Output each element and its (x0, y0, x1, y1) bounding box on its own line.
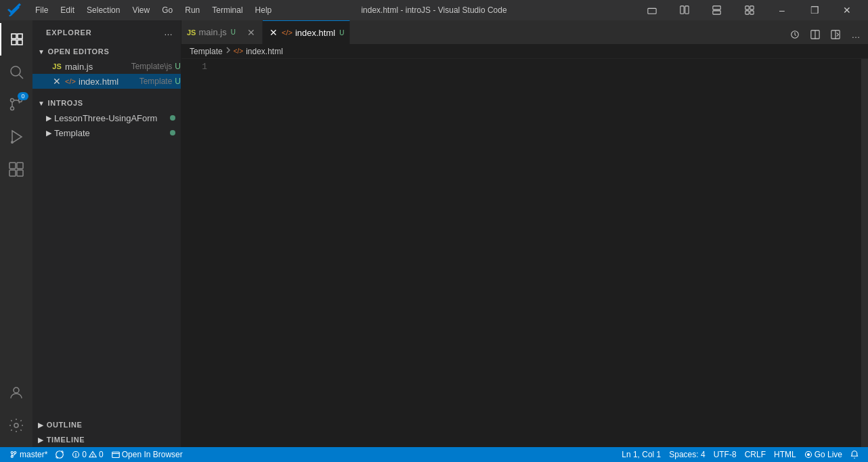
svg-rect-5 (745, 6, 749, 9)
sidebar-more-icon[interactable]: … (164, 27, 173, 37)
svg-rect-17 (17, 163, 23, 169)
folder-template[interactable]: ▶ Template (32, 125, 181, 140)
menu-help[interactable]: Help (250, 4, 278, 16)
menu-file[interactable]: File (30, 4, 53, 16)
language-label: HTML (774, 450, 796, 459)
sync-icon (56, 450, 64, 459)
menu-selection[interactable]: Selection (81, 4, 125, 16)
line-ending-label: CRLF (745, 450, 766, 459)
sidebar-header: Explorer … (32, 20, 181, 44)
open-editors-header[interactable]: ▼ Open Editors (32, 44, 181, 59)
menu-terminal[interactable]: Terminal (207, 4, 248, 16)
svg-point-29 (14, 452, 16, 454)
menu-go[interactable]: Go (156, 4, 178, 16)
svg-rect-16 (9, 163, 16, 169)
live-icon (804, 450, 812, 459)
line-number-1: 1 (181, 60, 207, 73)
mainjs-badge: U (175, 62, 181, 71)
js-file-icon: JS (51, 61, 62, 72)
tab-split-btn[interactable] (826, 25, 845, 44)
minimize-button[interactable]: – (766, 0, 798, 20)
indexhtml-filename: index.html (79, 77, 137, 87)
layout-btn-1[interactable] (636, 0, 668, 20)
activity-search[interactable] (0, 56, 32, 88)
status-language[interactable]: HTML (770, 447, 800, 462)
breadcrumb-file-container: </> index.html (234, 47, 283, 56)
menu-view[interactable]: View (127, 4, 155, 16)
sidebar-spacer (32, 140, 181, 417)
layout-btn-4[interactable] (734, 0, 765, 20)
layout-btn-3[interactable] (701, 0, 733, 20)
tab-mainjs-unsaved: U (231, 28, 236, 36)
menu-run[interactable]: Run (179, 4, 205, 16)
tab-indexhtml[interactable]: ✕ </> index.html U (263, 20, 350, 44)
status-open-browser[interactable]: Open In Browser (108, 447, 187, 462)
close-button[interactable]: ✕ (831, 0, 863, 20)
breadcrumb-file[interactable]: index.html (246, 47, 283, 56)
tab-more-btn[interactable]: … (846, 25, 865, 44)
tab-layout-btn[interactable] (806, 25, 825, 44)
activity-source-control[interactable]: 0 (0, 88, 32, 121)
activity-settings[interactable] (0, 409, 32, 442)
tab-indexhtml-icon: </> (282, 28, 292, 37)
status-encoding[interactable]: UTF-8 (710, 447, 741, 462)
timeline-section[interactable]: ▶ Timeline (32, 432, 181, 447)
status-line-ending[interactable]: CRLF (741, 447, 770, 462)
branch-icon (9, 450, 18, 459)
activity-extensions[interactable] (0, 153, 32, 186)
tab-indexhtml-close[interactable]: ✕ (268, 27, 279, 38)
status-spaces[interactable]: Spaces: 4 (665, 447, 709, 462)
title-bar-controls: – ❒ ✕ (636, 0, 863, 20)
status-sync[interactable] (51, 447, 68, 462)
editor-code[interactable] (215, 59, 861, 447)
mainjs-filepath: Template\js (131, 62, 173, 71)
tab-history-btn[interactable] (785, 25, 804, 44)
editor-area: JS main.js U ✕ ✕ </> index.html U (181, 20, 868, 447)
folder-lessonthree[interactable]: ▶ LessonThree-UsingAForm (32, 110, 181, 125)
introjs-header[interactable]: ▼ IntroJS (32, 96, 181, 110)
sidebar-header-actions[interactable]: … (164, 27, 173, 37)
tab-mainjs-close[interactable]: ✕ (246, 27, 257, 38)
warning-count: 0 (99, 450, 104, 459)
activity-run[interactable] (0, 121, 32, 153)
activity-explorer[interactable] (0, 23, 32, 56)
spaces-label: Spaces: 4 (669, 450, 705, 459)
outline-section[interactable]: ▶ Outline (32, 417, 181, 432)
status-position[interactable]: Ln 1, Col 1 (617, 447, 665, 462)
warning-icon (89, 450, 97, 459)
status-right: Ln 1, Col 1 Spaces: 4 UTF-8 CRLF HTML Go… (617, 447, 863, 462)
lessonthree-chevron: ▶ (46, 114, 51, 123)
template-name: Template (54, 128, 90, 138)
template-change-dot (170, 130, 175, 135)
timeline-label: Timeline (47, 436, 85, 444)
breadcrumb-folder[interactable]: Template (190, 47, 223, 56)
lessonthree-name: LessonThree-UsingAForm (54, 113, 157, 123)
tabs-bar: JS main.js U ✕ ✕ </> index.html U (181, 20, 868, 44)
layout-btn-2[interactable] (669, 0, 700, 20)
sidebar: Explorer … ▼ Open Editors JS main.js Tem… (32, 20, 181, 447)
status-errors[interactable]: 0 0 (68, 447, 107, 462)
status-branch[interactable]: master* (5, 447, 51, 462)
svg-rect-7 (745, 11, 749, 14)
branch-name: master* (20, 450, 47, 459)
svg-rect-37 (112, 452, 119, 457)
tabs-actions: … (783, 25, 868, 44)
activity-account[interactable] (0, 377, 32, 409)
title-bar: File Edit Selection View Go Run Terminal… (0, 0, 868, 20)
outline-chevron: ▶ (38, 421, 44, 429)
live-label: Go Live (815, 450, 842, 459)
svg-rect-19 (17, 170, 23, 176)
sidebar-file-indexhtml[interactable]: ✕ </> index.html Template U (32, 74, 181, 89)
menu-edit[interactable]: Edit (55, 4, 80, 16)
status-notifications[interactable] (846, 447, 863, 462)
breadcrumb-separator (225, 46, 231, 56)
svg-point-9 (11, 66, 20, 76)
scrollbar-vertical[interactable] (861, 59, 868, 447)
breadcrumb-file-icon: </> (234, 47, 243, 55)
status-live[interactable]: Go Live (800, 447, 846, 462)
notification-icon (850, 450, 859, 459)
indexhtml-close[interactable]: ✕ (51, 76, 62, 87)
restore-button[interactable]: ❒ (799, 0, 830, 20)
sidebar-file-mainjs[interactable]: JS main.js Template\js U (32, 59, 181, 74)
tab-mainjs[interactable]: JS main.js U ✕ (181, 20, 263, 44)
